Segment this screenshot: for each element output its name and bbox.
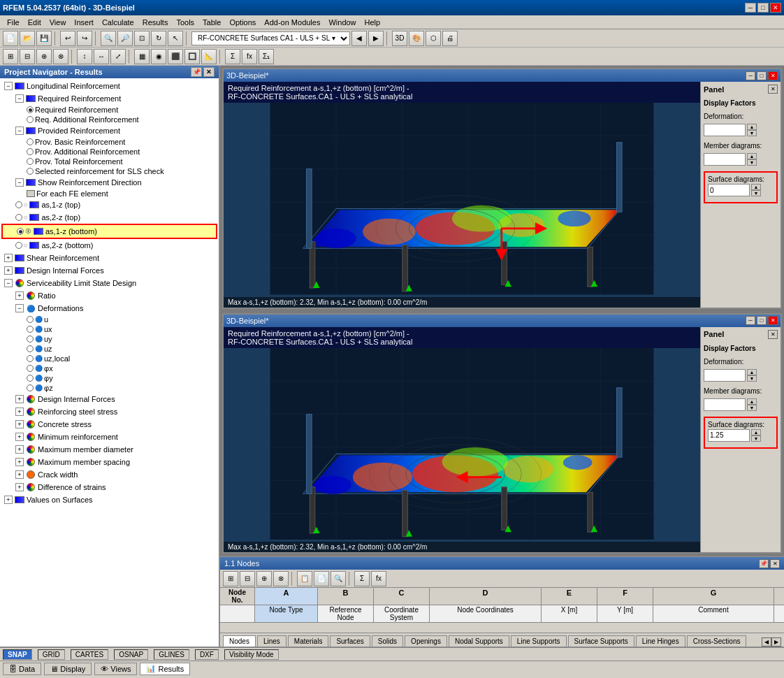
expand-deformations[interactable]: − [15,304,24,312]
tb2-9[interactable]: ◉ [151,49,166,64]
as1-z-bottom-radio[interactable] [17,228,24,235]
tb-3d[interactable]: 3D [392,31,407,46]
tb-save[interactable]: 💾 [36,31,52,46]
status-osnap[interactable]: OSNAP [114,649,148,660]
view-bottom-restore[interactable]: □ [757,316,767,325]
tb-render[interactable]: 🎨 [409,31,424,46]
tab-scroll-left[interactable]: ◀ [762,637,771,647]
tree-for-each[interactable]: For each FE element [1,189,217,199]
tree-uz-local[interactable]: 🔵 uz,local [1,354,217,363]
addon-dropdown[interactable]: RF-CONCRETE Surfaces CA1 - ULS + SL ▾ [191,31,350,45]
expand-max-diam[interactable]: + [15,445,24,454]
bottom-close[interactable]: ✕ [770,559,780,568]
nav-display[interactable]: 🖥 Display [44,663,92,675]
uz-radio[interactable] [27,345,34,352]
tree-reinf-steel[interactable]: + Reinforcing steel stress [1,405,217,418]
tab-line-hinges[interactable]: Line Hinges [636,635,685,647]
tree-prov-basic[interactable]: Prov. Basic Reinforcement [1,137,217,147]
tb-print[interactable]: 🖨 [442,31,458,46]
tree-phiy[interactable]: 🔵 φy [1,373,217,383]
tree-values-surf[interactable]: + Values on Surfaces [1,493,217,506]
view-top-min[interactable]: ─ [746,71,755,80]
tree-ratio[interactable]: + Ratio [1,289,217,302]
as1-z-top-radio[interactable] [15,201,22,208]
panel-bottom-close[interactable]: ✕ [768,330,778,339]
panel-surface-input-top[interactable] [708,184,750,196]
tb-open[interactable]: 📂 [20,31,35,46]
view-top-close[interactable]: ✕ [768,71,778,80]
menu-results[interactable]: Results [138,17,173,28]
btb-4[interactable]: ⊗ [273,571,289,586]
menu-file[interactable]: File [3,17,24,28]
u-radio[interactable] [27,316,34,323]
menu-addon[interactable]: Add-on Modules [260,17,324,28]
tree-shear[interactable]: + Shear Reinforcement [1,252,217,264]
expand-concrete[interactable]: + [15,420,24,428]
tb-wire[interactable]: ⬡ [426,31,441,46]
tree-req-reinf[interactable]: Required Reinforcement [1,105,217,115]
sls-radio[interactable] [27,168,34,175]
btb-7[interactable]: 🔍 [331,571,346,586]
ux-radio[interactable] [27,326,34,333]
prov-total-radio[interactable] [27,158,34,165]
view-bottom-close[interactable]: ✕ [768,316,778,325]
phiz-radio[interactable] [27,384,34,391]
view-top-restore[interactable]: □ [757,71,767,80]
btb-6[interactable]: 📄 [314,571,329,586]
member-spin-up-bot[interactable]: ▲ [747,398,757,405]
menu-view[interactable]: View [45,17,71,28]
as2-z-bottom-radio[interactable] [15,242,22,249]
tb-undo[interactable]: ↩ [60,31,75,46]
deform-spin-up-bot[interactable]: ▲ [747,369,757,375]
expand-values-surf[interactable]: + [4,496,13,504]
close-button[interactable]: ✕ [770,3,781,13]
menu-help[interactable]: Help [361,17,385,28]
btb-9[interactable]: fx [371,571,386,586]
tab-nodal-supports[interactable]: Nodal Supports [449,635,509,647]
deform-spin-dn-bot[interactable]: ▼ [747,375,757,382]
btb-1[interactable]: ⊞ [223,571,238,586]
tb2-14[interactable]: fx [242,49,257,64]
member-spin-up-top[interactable]: ▲ [747,153,757,159]
tab-scroll-right[interactable]: ▶ [771,637,781,647]
prov-add-radio[interactable] [27,148,34,155]
nav-views[interactable]: 👁 Views [94,663,137,675]
tb2-13[interactable]: Σ [225,49,240,64]
tab-lines[interactable]: Lines [257,635,286,647]
surface-spin-dn-top[interactable]: ▼ [751,190,761,196]
tb2-11[interactable]: 🔲 [184,49,200,64]
menu-window[interactable]: Window [324,17,360,28]
menu-tools[interactable]: Tools [172,17,198,28]
menu-options[interactable]: Options [225,17,260,28]
tb2-3[interactable]: ⊕ [36,49,52,64]
menu-calculate[interactable]: Calculate [98,17,138,28]
phiy-radio[interactable] [27,375,34,382]
tree-min-reinf[interactable]: + Minimum reinforcement [1,431,217,443]
deform-spin-up-top[interactable]: ▲ [747,124,757,130]
tree-show-dir[interactable]: − Show Reinforcement Direction [1,176,217,189]
restore-button[interactable]: □ [757,3,769,13]
expand-crack[interactable]: + [15,470,24,479]
nav-data[interactable]: 🗄 Data [3,663,41,675]
tree-sls-design[interactable]: − Serviceability Limit State Design [1,277,217,289]
tb2-1[interactable]: ⊞ [3,49,18,64]
status-snap[interactable]: SNAP [3,649,32,660]
req-reinf-radio[interactable] [27,106,34,113]
tab-openings[interactable]: Openings [405,635,447,647]
tree-required-top[interactable]: − Required Reinforcement [1,92,217,105]
tb2-7[interactable]: ⤢ [110,49,126,64]
tree-as1-z-top[interactable]: ○ as,1-z (top) [1,199,217,211]
tab-surfaces[interactable]: Surfaces [330,635,370,647]
req-add-radio[interactable] [27,116,34,123]
tree-provided-top[interactable]: − Provided Reinforcement [1,124,217,137]
tree-design-int2[interactable]: + Design Internal Forces [1,393,217,405]
tb-new[interactable]: 📄 [3,31,18,46]
tb2-10[interactable]: ⬛ [168,49,183,64]
as2-z-top-radio[interactable] [15,214,22,221]
expand-diff[interactable]: + [15,483,24,491]
tb2-12[interactable]: 📐 [201,49,217,64]
menu-table[interactable]: Table [198,17,225,28]
surface-spin-dn-bot[interactable]: ▼ [751,435,761,442]
tree-as2-z-bottom[interactable]: ○ as,2-z (bottom) [1,239,217,252]
nav-results[interactable]: 📊 Results [140,663,190,675]
